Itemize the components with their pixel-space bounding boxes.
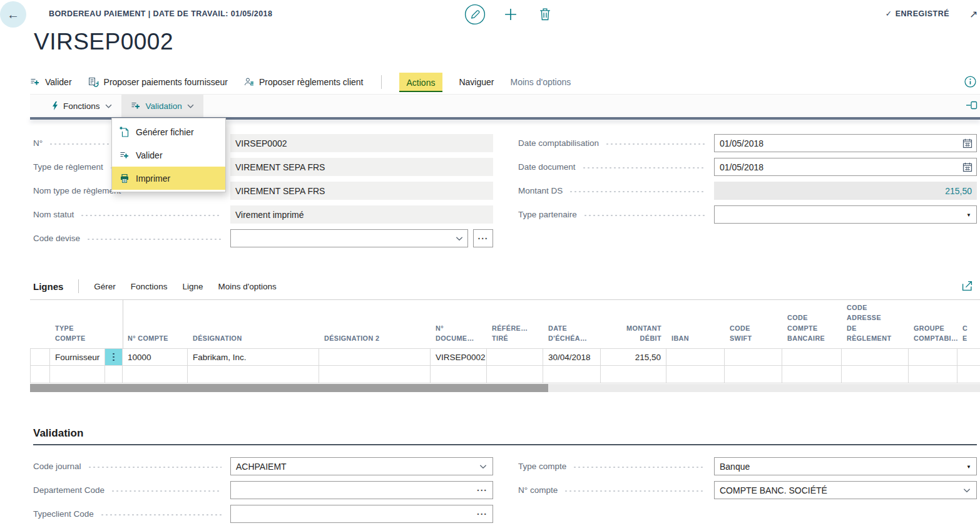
row-select-cell[interactable] [30, 366, 50, 383]
horizontal-scrollbar[interactable] [30, 384, 980, 392]
cell-type-compte[interactable]: Fournisseur [50, 348, 105, 366]
cell-code-adresse-reglement[interactable] [842, 348, 909, 366]
col-header-groupe-comptabilisation[interactable]: GROUPE COMPTABI… [909, 323, 957, 348]
code-devise-assist-button[interactable]: ··· [473, 229, 493, 247]
submenu-fonctions[interactable]: Fonctions [43, 95, 121, 117]
cell-date-echeance[interactable]: 30/04/2018 [543, 348, 601, 366]
cell-truncated[interactable] [957, 348, 980, 366]
menu-item-generer-fichier[interactable]: Générer fichier [112, 120, 225, 143]
submenu-validation-label: Validation [146, 101, 182, 111]
col-header-iban[interactable]: IBAN [666, 333, 725, 348]
delete-button[interactable] [539, 8, 551, 21]
info-button[interactable] [964, 76, 976, 88]
chevron-down-icon [187, 104, 194, 108]
cell-empty[interactable] [319, 366, 431, 383]
ellipsis-icon[interactable]: ··· [477, 485, 487, 495]
tab-naviguer[interactable]: Naviguer [459, 77, 494, 87]
code-devise-input[interactable] [230, 229, 468, 247]
select-arrow-icon: ▼ [966, 463, 971, 469]
code-journal-input[interactable]: ACHPAIEMT [230, 457, 493, 475]
cell-empty[interactable] [909, 366, 957, 383]
col-header-no-compte[interactable]: N° COMPTE [123, 333, 188, 348]
chevron-down-icon[interactable] [963, 488, 971, 492]
suggest-customer-payments-icon [244, 77, 254, 87]
lines-menu-moins-options[interactable]: Moins d'options [218, 282, 276, 291]
cell-code-compte-bancaire[interactable] [782, 348, 842, 366]
col-header-code-adresse-reglement[interactable]: CODE ADRESSE DE RÈGLEMENT [842, 303, 909, 348]
cell-empty[interactable] [543, 366, 601, 383]
cell-empty[interactable] [123, 366, 188, 383]
col-header-date-echeance[interactable]: DATE D'ÉCHÉA… [543, 323, 601, 348]
cell-designation[interactable]: Fabrikam, Inc. [188, 348, 319, 366]
cell-no-document[interactable]: VIRSEP0002… [431, 348, 487, 366]
typeclient-code-input[interactable] [230, 505, 493, 523]
cell-no-compte[interactable]: 10000 [123, 348, 188, 366]
cell-empty[interactable] [842, 366, 909, 383]
menu-item-valider[interactable]: Valider [112, 143, 225, 167]
col-header-designation[interactable]: DÉSIGNATION [188, 333, 319, 348]
lines-divider [78, 279, 79, 293]
menu-item-imprimer[interactable]: Imprimer [112, 167, 225, 190]
chevron-down-icon[interactable] [456, 236, 463, 241]
cell-empty[interactable] [431, 366, 487, 383]
cell-empty[interactable] [666, 366, 725, 383]
trash-icon [539, 8, 551, 21]
cell-empty[interactable] [957, 366, 980, 383]
cell-montant-debit[interactable]: 215,50 [601, 348, 666, 366]
col-header-type-compte[interactable]: TYPE COMPTE [50, 323, 123, 348]
cell-empty[interactable] [50, 366, 105, 383]
col-header-reference-tire[interactable]: RÉFÉRE… TIRÉ [487, 323, 543, 348]
cell-empty[interactable] [487, 366, 543, 383]
vertical-ellipsis-icon [113, 353, 115, 361]
lines-menu-fonctions[interactable]: Fonctions [131, 282, 168, 291]
cell-designation-2[interactable] [319, 348, 431, 366]
cell-empty[interactable] [725, 366, 782, 383]
general-fields-right: Date comptabilisation 01/05/2018 Date do… [518, 134, 977, 229]
chevron-down-icon[interactable] [479, 464, 487, 468]
date-document-input[interactable]: 01/05/2018 [714, 158, 977, 176]
back-button[interactable]: ← [0, 1, 26, 28]
col-header-code-compte-bancaire[interactable]: CODE COMPTE BANCAIRE [782, 313, 842, 348]
ellipsis-icon[interactable]: ··· [477, 509, 487, 519]
type-compte-select[interactable]: Banque [714, 457, 977, 475]
cell-empty[interactable] [105, 366, 123, 383]
row-select-cell[interactable] [30, 348, 50, 366]
col-header-code-swift[interactable]: CODE SWIFT [725, 323, 782, 348]
action-valider[interactable]: Valider [30, 77, 72, 87]
new-button[interactable] [504, 8, 517, 21]
col-header-montant-debit[interactable]: MONTANT DÉBIT [601, 323, 666, 348]
tab-moins-options[interactable]: Moins d'options [510, 77, 571, 87]
date-comptabilisation-input[interactable]: 01/05/2018 [714, 134, 977, 152]
cell-reference-tire[interactable] [487, 348, 543, 366]
action-valider-label: Valider [45, 77, 72, 87]
field-label-typeclient-code: Typeclient Code [33, 509, 230, 519]
cell-empty[interactable] [601, 366, 666, 383]
pin-button[interactable] [966, 100, 977, 110]
departement-code-input[interactable] [230, 481, 493, 499]
col-header-designation-2[interactable]: DÉSIGNATION 2 [319, 333, 431, 348]
lines-menu-gerer[interactable]: Gérer [94, 282, 116, 291]
col-header-no-document[interactable]: N° DOCUME… [431, 323, 487, 348]
action-proposer-paiements-fournisseur[interactable]: Proposer paiements fournisseur [88, 77, 228, 87]
suggest-vendor-payments-icon [88, 77, 99, 87]
calendar-icon[interactable] [962, 162, 972, 172]
open-in-window-icon[interactable]: ↗ [969, 8, 977, 20]
cell-empty[interactable] [782, 366, 842, 383]
cell-groupe-comptabilisation[interactable] [909, 348, 957, 366]
pin-icon [966, 101, 977, 110]
action-proposer-reglements-client[interactable]: Proposer règlements client [244, 77, 364, 87]
type-partenaire-select[interactable] [714, 205, 977, 224]
tab-actions[interactable]: Actions [399, 73, 443, 92]
submenu-validation[interactable]: Validation [121, 95, 203, 117]
cell-code-swift[interactable] [725, 348, 782, 366]
scrollbar-thumb[interactable] [30, 384, 548, 392]
row-options-button[interactable] [105, 348, 123, 366]
lines-menu-ligne[interactable]: Ligne [182, 282, 203, 291]
focus-mode-button[interactable] [962, 281, 972, 291]
calendar-icon[interactable] [962, 138, 972, 148]
no-compte-input[interactable]: COMPTE BANC. SOCIÉTÉ [714, 481, 977, 499]
edit-button[interactable] [464, 4, 486, 25]
cell-empty[interactable] [188, 366, 319, 383]
col-header-truncated[interactable]: C E [957, 323, 980, 348]
cell-iban[interactable] [666, 348, 725, 366]
